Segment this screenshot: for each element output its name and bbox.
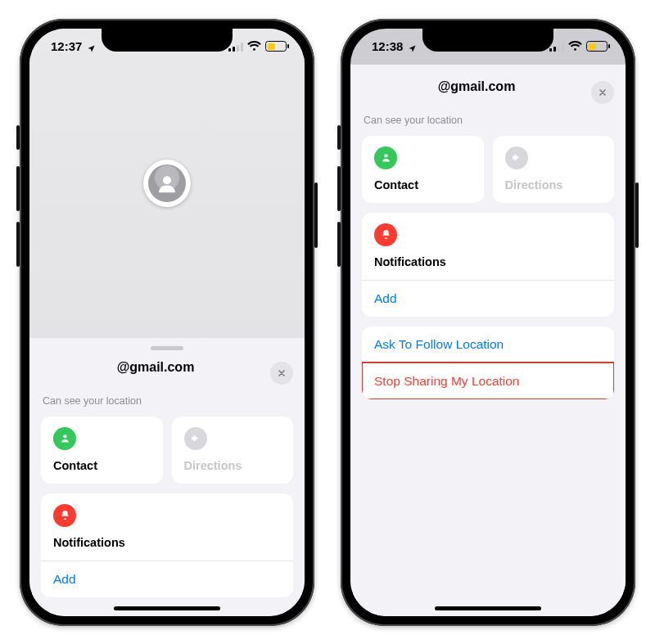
notch	[102, 29, 233, 52]
directions-label: Directions	[505, 178, 603, 191]
phone-left: 12:37	[20, 19, 314, 626]
notifications-card: Notifications Add	[362, 213, 614, 317]
close-button[interactable]	[591, 81, 614, 104]
notifications-heading: Notifications	[53, 536, 281, 549]
close-icon	[277, 368, 287, 378]
directions-tile: Directions	[172, 417, 294, 484]
location-arrow-icon	[87, 42, 96, 51]
sheet-subtitle: Can see your location	[43, 395, 293, 407]
contact-label: Contact	[53, 459, 151, 472]
battery-icon	[265, 41, 287, 52]
wifi-icon	[247, 41, 261, 52]
contact-sheet-expanded[interactable]: @gmail.com Can see your location Contact	[350, 70, 626, 616]
battery-icon	[586, 41, 608, 52]
avatar-placeholder-icon	[148, 164, 186, 202]
phone-right: 12:38 @gmail.com	[341, 19, 635, 626]
contact-sheet[interactable]: @gmail.com Can see your location Contact	[29, 338, 305, 616]
contact-tile[interactable]: Contact	[41, 417, 163, 484]
location-arrow-icon	[408, 42, 417, 51]
add-notification-button[interactable]: Add	[362, 280, 614, 317]
status-time: 12:37	[51, 39, 82, 53]
svg-point-0	[163, 176, 171, 184]
contact-tile[interactable]: Contact	[362, 136, 484, 203]
svg-point-2	[384, 154, 387, 157]
directions-icon	[505, 146, 528, 169]
close-icon	[598, 88, 608, 97]
contact-icon	[53, 427, 76, 450]
bell-icon	[53, 504, 76, 527]
home-indicator[interactable]	[435, 606, 541, 610]
close-button[interactable]	[270, 362, 293, 385]
bell-icon	[374, 223, 397, 246]
notifications-card: Notifications Add	[41, 493, 293, 597]
contact-label: Contact	[374, 178, 472, 191]
notch	[422, 29, 553, 52]
sheet-grabber[interactable]	[151, 346, 183, 350]
wifi-icon	[568, 41, 582, 52]
directions-icon	[184, 427, 207, 450]
map-area[interactable]	[29, 29, 305, 338]
contact-icon	[374, 146, 397, 169]
directions-tile: Directions	[493, 136, 615, 203]
add-notification-button[interactable]: Add	[41, 561, 293, 597]
directions-label: Directions	[184, 459, 282, 472]
home-indicator[interactable]	[114, 606, 220, 610]
svg-point-1	[63, 435, 66, 438]
stop-sharing-button[interactable]: Stop Sharing My Location	[362, 363, 614, 399]
screen: 12:38 @gmail.com	[350, 29, 626, 616]
ask-to-follow-button[interactable]: Ask To Follow Location	[362, 327, 614, 363]
person-avatar[interactable]	[143, 160, 191, 207]
location-actions-card: Ask To Follow Location Stop Sharing My L…	[362, 327, 614, 399]
sheet-subtitle: Can see your location	[364, 115, 614, 126]
status-time: 12:38	[372, 39, 403, 53]
screen: 12:37	[29, 29, 305, 616]
sheet-title: @gmail.com	[41, 360, 270, 375]
sheet-title: @gmail.com	[362, 79, 591, 94]
notifications-heading: Notifications	[374, 255, 602, 268]
